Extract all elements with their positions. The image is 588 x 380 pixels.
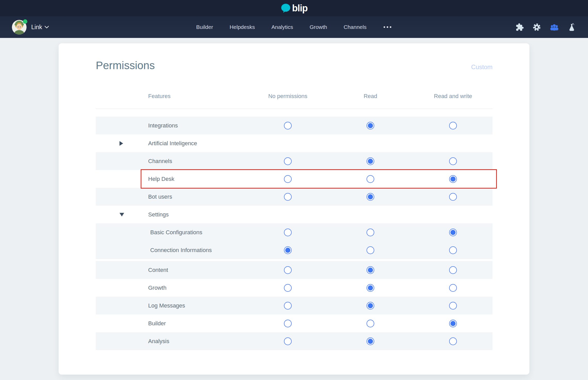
radio-read[interactable]	[367, 337, 374, 345]
table-row-analysis: Analysis	[96, 332, 492, 350]
radio-no-permissions[interactable]	[284, 302, 292, 310]
radio-read-write[interactable]	[449, 157, 457, 165]
nav-item-analytics[interactable]: Analytics	[271, 24, 293, 30]
online-status-dot	[23, 19, 27, 24]
extensions-puzzle-icon[interactable]	[515, 23, 524, 31]
radio-read-write[interactable]	[449, 337, 457, 345]
feature-label: Connection Informations	[150, 247, 212, 254]
logo-text: blip	[292, 4, 308, 13]
users-icon[interactable]	[550, 22, 559, 32]
radio-read-write[interactable]	[449, 302, 457, 310]
radio-read-write[interactable]	[449, 229, 457, 236]
radio-read-write[interactable]	[449, 122, 457, 130]
feature-label: Log Messages	[148, 302, 185, 309]
radio-no-permissions[interactable]	[284, 122, 292, 130]
feature-label: Artificial Inteligence	[148, 140, 197, 147]
table-row-integrations: Integrations	[96, 117, 492, 134]
user-menu[interactable]: Link	[12, 20, 49, 35]
radio-read[interactable]	[367, 193, 374, 201]
highlight-border	[141, 169, 497, 189]
radio-read[interactable]	[367, 246, 374, 254]
primary-nav: Builder Helpdesks Analytics Growth Chann…	[196, 24, 392, 30]
header-read: Read	[364, 93, 377, 100]
table-row-bot-users: Bot users	[96, 188, 492, 206]
radio-read-write[interactable]	[449, 175, 457, 183]
radio-no-permissions[interactable]	[284, 337, 292, 345]
radio-no-permissions[interactable]	[284, 175, 292, 183]
table-row-growth: Growth	[96, 279, 492, 297]
table-row-channels: Channels	[96, 152, 492, 170]
header-read-write: Read and write	[434, 93, 472, 100]
table-row-content: Content	[96, 261, 492, 279]
permissions-card: Permissions Custom Features No permissio…	[59, 43, 529, 375]
radio-read[interactable]	[367, 284, 374, 292]
header-features: Features	[148, 93, 171, 100]
radio-no-permissions[interactable]	[284, 284, 292, 292]
radio-read-write[interactable]	[449, 320, 457, 327]
top-bar: blip	[0, 0, 588, 16]
chevron-down-icon	[45, 26, 49, 28]
table-row-connection-informations: Connection Informations	[96, 241, 492, 259]
feature-label: Content	[148, 267, 168, 273]
feature-label: Channels	[148, 158, 172, 165]
collapse-triangle-icon[interactable]	[120, 213, 124, 216]
header-divider	[96, 109, 492, 109]
radio-read-write[interactable]	[449, 193, 457, 201]
nav-item-helpdesks[interactable]: Helpdesks	[229, 24, 255, 30]
settings-gear-icon[interactable]	[532, 23, 541, 32]
table-row-settings: Settings	[96, 206, 492, 223]
experiments-flask-icon[interactable]	[567, 23, 576, 31]
radio-read-write[interactable]	[449, 266, 457, 274]
feature-label: Bot users	[148, 193, 172, 200]
table-row-basic-configurations: Basic Configurations	[96, 223, 492, 241]
toolbar-icons	[515, 22, 576, 32]
radio-read[interactable]	[367, 266, 374, 274]
radio-read[interactable]	[367, 320, 374, 327]
radio-read-write[interactable]	[449, 246, 457, 254]
feature-label: Builder	[148, 320, 166, 327]
radio-no-permissions[interactable]	[284, 193, 292, 201]
radio-no-permissions[interactable]	[284, 266, 292, 274]
table-header: Features No permissions Read Read and wr…	[96, 93, 492, 100]
feature-label: Help Desk	[148, 176, 174, 182]
more-options-icon[interactable]	[383, 25, 392, 29]
nav-item-growth[interactable]: Growth	[310, 24, 327, 30]
feature-label: Settings	[148, 211, 169, 218]
header-no-permissions: No permissions	[268, 93, 307, 100]
feature-label: Basic Configurations	[150, 229, 202, 236]
radio-read[interactable]	[367, 229, 374, 236]
radio-no-permissions[interactable]	[284, 246, 292, 254]
expand-triangle-icon[interactable]	[120, 141, 123, 146]
feature-label: Analysis	[148, 338, 169, 345]
table-row-help-desk: Help Desk	[96, 170, 492, 188]
feature-label: Growth	[148, 285, 166, 291]
user-name: Link	[31, 24, 42, 31]
radio-read[interactable]	[367, 175, 374, 183]
radio-read-write[interactable]	[449, 284, 457, 292]
nav-item-builder[interactable]: Builder	[196, 24, 213, 30]
main-nav-bar: Link Builder Helpdesks Analytics Growth …	[0, 16, 588, 38]
blip-logo[interactable]: blip	[281, 3, 308, 13]
radio-no-permissions[interactable]	[284, 157, 292, 165]
radio-read[interactable]	[367, 302, 374, 310]
radio-read[interactable]	[367, 157, 374, 165]
radio-no-permissions[interactable]	[284, 320, 292, 327]
feature-label: Integrations	[148, 122, 178, 129]
table-row-artificial-inteligence: Artificial Inteligence	[96, 134, 492, 152]
table-row-log-messages: Log Messages	[96, 297, 492, 314]
nav-item-channels[interactable]: Channels	[344, 24, 367, 30]
permissions-table-body: IntegrationsArtificial InteligenceChanne…	[96, 117, 492, 350]
radio-read[interactable]	[367, 122, 374, 130]
table-row-builder: Builder	[96, 314, 492, 332]
avatar[interactable]	[12, 20, 27, 35]
page-title: Permissions	[96, 59, 155, 72]
permission-profile-label[interactable]: Custom	[471, 63, 492, 71]
blip-balloon-icon	[281, 3, 291, 13]
radio-no-permissions[interactable]	[284, 229, 292, 236]
